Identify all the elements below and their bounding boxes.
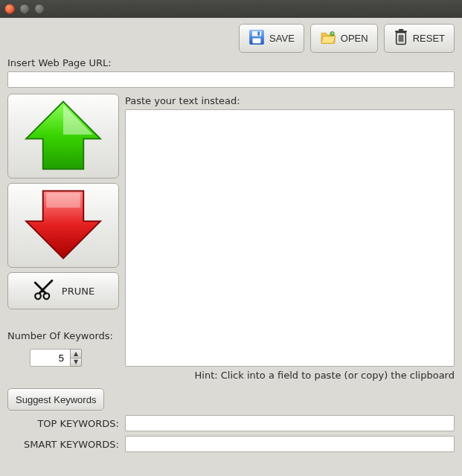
arrow-up-icon (22, 98, 104, 175)
floppy-disk-icon (248, 29, 265, 48)
url-input[interactable] (7, 71, 455, 88)
num-keywords-spinner[interactable]: ▲ ▼ (30, 349, 83, 367)
toolbar: SAVE OPEN (7, 24, 455, 53)
right-column: Paste your text instead: (125, 94, 455, 367)
shears-icon (32, 277, 57, 305)
window-close-icon[interactable] (4, 4, 15, 14)
num-keywords-input[interactable] (30, 349, 70, 367)
window-maximize-icon[interactable] (34, 4, 45, 14)
open-button-label: OPEN (341, 33, 368, 44)
arrow-down-icon (22, 187, 104, 264)
svg-point-14 (41, 289, 44, 292)
hint-text: Hint: Click into a field to paste (or co… (7, 370, 455, 381)
move-down-button[interactable] (7, 183, 119, 268)
svg-rect-10 (395, 30, 407, 32)
spinner-up-icon[interactable]: ▲ (70, 349, 82, 358)
text-area-label: Paste your text instead: (125, 95, 455, 106)
num-keywords-label: Number Of Keywords: (7, 330, 119, 341)
svg-rect-2 (252, 31, 261, 36)
text-input-area[interactable] (125, 109, 455, 367)
trash-icon (394, 29, 408, 48)
window-minimize-icon[interactable] (19, 4, 30, 14)
window-titlebar (0, 0, 462, 18)
open-button[interactable]: OPEN (310, 24, 378, 53)
move-up-button[interactable] (7, 94, 119, 178)
main-row: PRUNE Number Of Keywords: ▲ ▼ Paste your… (7, 94, 455, 367)
svg-rect-4 (257, 31, 260, 36)
url-label: Insert Web Page URL: (7, 57, 455, 68)
smart-keywords-label: SMART KEYWORDS: (7, 439, 119, 450)
top-keywords-label: TOP KEYWORDS: (7, 418, 119, 429)
suggest-keywords-button[interactable]: Suggest Keywords (7, 388, 104, 411)
reset-button-label: RESET (413, 33, 445, 44)
smart-keywords-input[interactable] (125, 436, 455, 452)
suggest-keywords-label: Suggest Keywords (16, 394, 96, 405)
save-button-label: SAVE (269, 33, 295, 44)
folder-open-icon (320, 29, 336, 48)
left-column: PRUNE Number Of Keywords: ▲ ▼ (7, 94, 119, 367)
prune-button-label: PRUNE (62, 286, 94, 297)
svg-rect-3 (253, 38, 261, 43)
top-keywords-input[interactable] (125, 415, 455, 431)
svg-rect-11 (399, 29, 403, 30)
app-window: SAVE OPEN (0, 18, 462, 476)
prune-button[interactable]: PRUNE (7, 272, 119, 309)
bottom-section: Suggest Keywords TOP KEYWORDS: SMART KEY… (7, 388, 455, 452)
reset-button[interactable]: RESET (384, 24, 455, 53)
save-button[interactable]: SAVE (239, 24, 304, 53)
spinner-down-icon[interactable]: ▼ (70, 358, 82, 367)
